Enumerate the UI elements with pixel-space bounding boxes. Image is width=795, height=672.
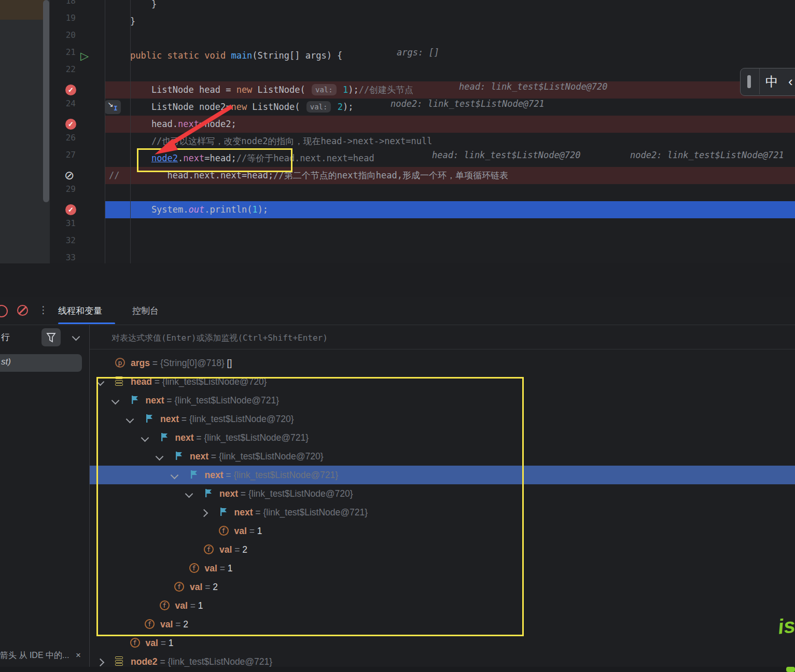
code-line-20[interactable]: 20 bbox=[0, 30, 795, 47]
variable-row-args[interactable]: pargs = {String[0]@718} [] bbox=[90, 354, 795, 372]
funnel-icon bbox=[41, 328, 61, 346]
line-number: 33 bbox=[50, 253, 76, 263]
variable-row-val[interactable]: fval = 1 bbox=[90, 634, 795, 652]
line-number: 27 bbox=[50, 150, 76, 167]
code-token-text: ); bbox=[343, 102, 353, 112]
ide-window: 18 }19 }2021▷ public static void main(St… bbox=[0, 0, 795, 672]
code-line-23[interactable]: ✓ ListNode head = new ListNode( val: 1);… bbox=[0, 81, 795, 99]
variable-value: {String[0]@718} bbox=[160, 358, 225, 368]
annotation-box-variables bbox=[96, 377, 524, 636]
breakpoint-icon[interactable]: ✓ bbox=[65, 119, 76, 130]
debugger-inline-value: head: link_test$ListNode@720 bbox=[432, 150, 581, 167]
code-line-31[interactable]: 31 bbox=[0, 218, 795, 235]
code-text: } bbox=[109, 0, 157, 13]
code-token-cmt: //创建头节点 bbox=[359, 85, 413, 95]
rerun-icon[interactable] bbox=[0, 305, 8, 317]
code-token-text: } bbox=[109, 0, 157, 9]
variable-name: node2 bbox=[131, 656, 158, 667]
chevron-right-icon[interactable] bbox=[96, 659, 105, 667]
code-text: ListNode head = new ListNode( val: 1);//… bbox=[109, 81, 413, 99]
variable-icon bbox=[115, 656, 125, 667]
code-token-kw: public static void bbox=[109, 50, 231, 61]
variable-value: 1 bbox=[169, 638, 174, 648]
code-token-text: ListNode head = bbox=[109, 85, 236, 95]
variable-value: {link_test$ListNode@721} bbox=[168, 656, 273, 667]
debugger-inline-value: node2: link_test$ListNode@721 bbox=[390, 99, 545, 116]
code-token-num: 1 bbox=[252, 204, 257, 215]
parameter-hint-pill: val: bbox=[312, 84, 337, 95]
frames-header-label: 行 bbox=[1, 331, 10, 343]
code-line-19[interactable]: 19 } bbox=[0, 13, 795, 30]
code-line-30[interactable]: ✓ System.out.println(1); bbox=[0, 201, 795, 218]
line-number: 19 bbox=[50, 13, 76, 30]
equals-sign: = bbox=[150, 358, 160, 368]
filter-button[interactable] bbox=[41, 328, 61, 346]
code-text: System.out.println(1); bbox=[109, 201, 268, 218]
code-line-28[interactable]: ⊘// head.next.next=head;//第二个节点的next指向he… bbox=[0, 167, 795, 184]
code-token-text: ); bbox=[348, 85, 358, 95]
code-line-22[interactable]: 22 bbox=[0, 64, 795, 81]
code-token-text: ListNode( bbox=[247, 102, 305, 112]
breakpoint-icon[interactable]: ✓ bbox=[65, 85, 76, 95]
hint-notification-text: 箭头 从 IDE 中的... bbox=[0, 651, 69, 660]
line-number: 32 bbox=[50, 235, 76, 253]
line-number: 24 bbox=[50, 99, 76, 116]
code-line-33[interactable]: 33 bbox=[0, 253, 795, 263]
line-number: 29 bbox=[50, 184, 76, 201]
parameter-icon: p bbox=[115, 358, 125, 368]
line-number: 22 bbox=[50, 64, 76, 81]
code-token-text: (String[] args) { bbox=[252, 50, 342, 61]
stack-frame-item[interactable]: st) bbox=[0, 354, 82, 372]
variable-name: args bbox=[131, 358, 150, 368]
bottom-edge-band bbox=[0, 667, 795, 672]
chevron-down-icon[interactable] bbox=[72, 333, 80, 341]
frames-header: 行 bbox=[0, 325, 89, 349]
code-token-num: 1 bbox=[338, 85, 348, 95]
debugger-inline-value: args: [] bbox=[397, 47, 439, 64]
watermark-fragment bbox=[786, 667, 795, 672]
close-icon[interactable]: × bbox=[76, 648, 81, 663]
ime-divider bbox=[759, 68, 760, 94]
code-text: } bbox=[109, 13, 135, 30]
code-token-cmt2: //第二个节点的next指向head,形成一个环，单项循环链表 bbox=[273, 170, 508, 180]
code-text: public static void main(String[] args) { bbox=[109, 47, 342, 64]
code-line-24[interactable]: 24↘I ListNode node2=new ListNode( val: 2… bbox=[0, 99, 795, 116]
equals-sign: = bbox=[158, 656, 168, 667]
code-token-num: 2 bbox=[332, 102, 342, 112]
code-line-21[interactable]: 21▷ public static void main(String[] arg… bbox=[0, 47, 795, 64]
code-line-27[interactable]: 27 node2.next=head;//等价于head.next.next=h… bbox=[0, 150, 795, 167]
code-line-26[interactable]: 26 //也可以这样写，改变node2的指向，现在head->next->nex… bbox=[0, 133, 795, 150]
line-number: 26 bbox=[50, 133, 76, 150]
mouse-cursor-icon: ↘I bbox=[105, 100, 121, 114]
ime-indicator: 中 ‹ bbox=[740, 68, 795, 96]
ime-language-label: 中 bbox=[765, 73, 778, 90]
line-number: 18 bbox=[50, 0, 76, 13]
code-editor: 18 }19 }2021▷ public static void main(St… bbox=[0, 0, 795, 263]
gutter-separator bbox=[105, 0, 105, 263]
ime-partial-icon: ‹ bbox=[788, 74, 793, 90]
equals-sign: = bbox=[158, 638, 169, 648]
code-token-text: System. bbox=[109, 204, 189, 215]
run-icon[interactable]: ▷ bbox=[80, 48, 89, 63]
code-token-text: } bbox=[109, 16, 135, 26]
code-token-text: ); bbox=[258, 204, 268, 215]
variable-name: val bbox=[146, 638, 158, 648]
field-icon: f bbox=[130, 638, 141, 648]
more-options-icon[interactable]: ⋮ bbox=[38, 304, 48, 316]
code-line-18[interactable]: 18 } bbox=[0, 0, 795, 13]
debugger-inline-value: node2: link_test$ListNode@721 bbox=[630, 150, 784, 167]
invalid-breakpoint-icon[interactable]: ⊘ bbox=[64, 169, 74, 183]
breakpoint-icon[interactable]: ✓ bbox=[65, 204, 76, 215]
variable-value-suffix: [] bbox=[225, 358, 232, 368]
code-line-32[interactable]: 32 bbox=[0, 235, 795, 253]
ime-caret-icon bbox=[747, 75, 751, 88]
code-token-fn: main bbox=[231, 50, 252, 61]
variable-label: val = 1 bbox=[146, 634, 174, 652]
line-number: 20 bbox=[50, 30, 76, 47]
code-token-cmt: // bbox=[109, 170, 119, 180]
mute-breakpoints-icon[interactable] bbox=[17, 305, 28, 316]
code-line-29[interactable]: 29 bbox=[0, 184, 795, 201]
code-line-25[interactable]: ✓ head.next=node2; bbox=[0, 116, 795, 133]
line-number: 21 bbox=[50, 47, 76, 64]
variable-label: args = {String[0]@718} [] bbox=[131, 354, 232, 372]
